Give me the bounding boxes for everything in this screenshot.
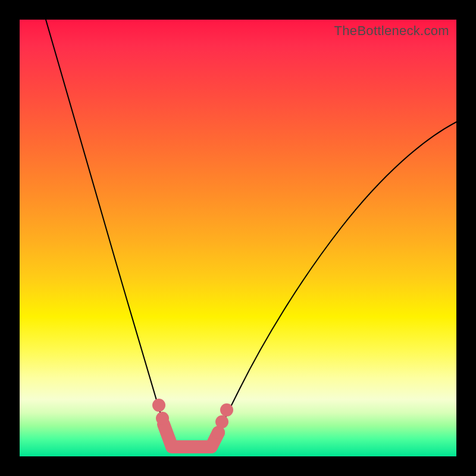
chart-svg bbox=[20, 20, 456, 456]
right-curve bbox=[211, 122, 456, 447]
chart-frame: TheBottleneck.com bbox=[0, 0, 476, 476]
marker-dot bbox=[152, 399, 165, 412]
marker-dot bbox=[220, 403, 233, 416]
marker-dot bbox=[156, 412, 169, 425]
marker-dot bbox=[215, 415, 228, 428]
left-curve bbox=[46, 20, 172, 447]
plot-area: TheBottleneck.com bbox=[20, 20, 456, 456]
valley-floor bbox=[164, 424, 218, 447]
